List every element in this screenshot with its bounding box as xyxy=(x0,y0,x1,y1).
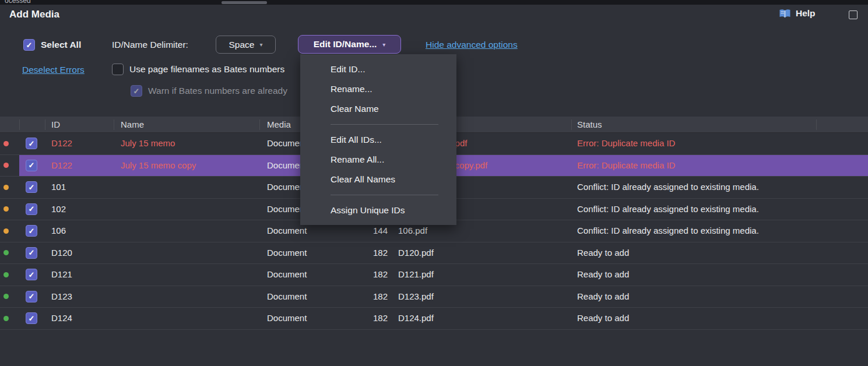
warn-bates-checkbox[interactable]: ✓ xyxy=(131,85,142,97)
delimiter-value: Space xyxy=(229,40,255,50)
row-checkbox[interactable]: ✓ xyxy=(26,138,37,149)
row-checkbox[interactable]: ✓ xyxy=(26,203,37,215)
help-book-icon xyxy=(779,9,791,19)
cell-filename: D121.pdf xyxy=(398,264,570,286)
menu-item-edit-id[interactable]: Edit ID... xyxy=(300,59,456,79)
header-divider xyxy=(114,119,114,130)
cell-pages: 182 xyxy=(341,286,388,308)
cell-id: D124 xyxy=(51,308,115,329)
table-row[interactable]: ✓D120Document182D120.pdfReady to add xyxy=(0,242,868,265)
cell-name: July 15 memo copy xyxy=(121,155,263,177)
page-title: Add Media xyxy=(9,9,59,20)
use-page-filenames-checkbox[interactable] xyxy=(112,64,124,75)
cell-id: D122 xyxy=(51,155,115,177)
cell-id: D122 xyxy=(51,133,115,154)
cell-pages: 182 xyxy=(341,264,388,286)
clipped-background-strip: ocessed xyxy=(0,0,868,5)
row-checkbox[interactable]: ✓ xyxy=(26,181,37,193)
help-button[interactable]: Help xyxy=(779,8,816,19)
cell-id: 106 xyxy=(51,220,115,242)
header-divider xyxy=(259,119,260,130)
add-media-window: ocessed Add Media Help ✓ Select All ID/N… xyxy=(0,0,868,366)
select-all-checkbox[interactable]: ✓ xyxy=(23,39,35,51)
window-restore-icon[interactable] xyxy=(849,10,858,19)
menu-item-clear-all-names[interactable]: Clear All Names xyxy=(300,170,456,189)
header-divider xyxy=(816,119,817,130)
header-divider xyxy=(45,119,45,130)
cell-status: Conflict: ID already assigned to existin… xyxy=(577,220,863,242)
delimiter-dropdown[interactable]: Space ▾ xyxy=(216,36,276,54)
cell-status: Error: Duplicate media ID xyxy=(577,133,863,154)
status-dot-green xyxy=(3,250,9,255)
status-dot-orange xyxy=(3,185,9,190)
cell-pages: 182 xyxy=(341,308,388,329)
status-dot-green xyxy=(3,316,9,321)
help-label: Help xyxy=(796,8,816,19)
menu-item-clear-name[interactable]: Clear Name xyxy=(300,99,456,119)
row-checkbox[interactable]: ✓ xyxy=(26,291,37,302)
edit-id-name-label: Edit ID/Name... xyxy=(314,39,377,50)
deselect-errors-link[interactable]: Deselect Errors xyxy=(22,65,85,75)
cell-media-type: Document xyxy=(267,242,343,264)
cell-pages: 182 xyxy=(341,242,388,264)
column-header-name[interactable]: Name xyxy=(121,117,144,133)
row-checkbox[interactable]: ✓ xyxy=(26,160,37,171)
clipped-background-text: ocessed xyxy=(5,0,31,5)
cell-id: 102 xyxy=(51,199,115,220)
cell-media-type: Document xyxy=(267,286,343,308)
cell-status: Error: Duplicate media ID xyxy=(577,155,863,177)
cell-name: July 15 memo xyxy=(121,133,263,154)
header-divider xyxy=(571,119,572,130)
row-checkbox[interactable]: ✓ xyxy=(26,312,37,324)
cell-filename: D120.pdf xyxy=(398,242,570,264)
cell-status: Ready to add xyxy=(577,242,863,264)
cell-filename: D124.pdf xyxy=(398,308,570,329)
table-row[interactable]: ✓D124Document182D124.pdfReady to add xyxy=(0,308,868,330)
hide-advanced-options-link[interactable]: Hide advanced options xyxy=(426,40,518,50)
status-dot-orange xyxy=(3,228,9,234)
row-checkbox[interactable]: ✓ xyxy=(26,247,37,259)
column-header-status[interactable]: Status xyxy=(577,117,602,133)
row-checkbox[interactable]: ✓ xyxy=(26,269,37,280)
chevron-down-icon: ▾ xyxy=(382,41,385,48)
menu-item-rename[interactable]: Rename... xyxy=(300,79,456,99)
cell-status: Conflict: ID already assigned to existin… xyxy=(577,177,863,198)
cell-id: 101 xyxy=(51,177,115,198)
menu-item-rename-all[interactable]: Rename All... xyxy=(300,150,456,170)
header-divider xyxy=(19,119,20,130)
cell-status: Ready to add xyxy=(577,264,863,286)
cell-filename: D123.pdf xyxy=(398,286,570,308)
warn-bates-label: Warn if Bates numbers are already xyxy=(148,86,287,96)
cell-status: Conflict: ID already assigned to existin… xyxy=(577,199,863,220)
chevron-down-icon: ▾ xyxy=(259,41,262,48)
menu-item-edit-all-ids[interactable]: Edit All IDs... xyxy=(300,130,456,150)
clipped-background-content xyxy=(222,1,267,4)
menu-separator xyxy=(331,124,438,125)
status-dot-red xyxy=(3,163,9,168)
cell-id: D121 xyxy=(51,264,115,286)
menu-separator xyxy=(331,195,438,195)
cell-id: D123 xyxy=(51,286,115,308)
row-checkbox[interactable]: ✓ xyxy=(26,225,37,237)
table-row[interactable]: ✓D123Document182D123.pdfReady to add xyxy=(0,286,868,308)
status-dot-green xyxy=(3,272,9,277)
column-header-id[interactable]: ID xyxy=(51,117,60,133)
select-all-label: Select All xyxy=(41,40,81,50)
cell-media-type: Document xyxy=(267,308,343,329)
menu-item-assign-unique-ids[interactable]: Assign Unique IDs xyxy=(300,200,456,220)
cell-id: D120 xyxy=(51,242,115,264)
status-dot-green xyxy=(3,294,9,299)
column-header-media[interactable]: Media xyxy=(267,117,291,133)
delimiter-label: ID/Name Delimiter: xyxy=(112,40,188,50)
use-page-filenames-label: Use page filenames as Bates numbers xyxy=(129,64,284,75)
status-dot-red xyxy=(3,141,9,146)
edit-id-name-button[interactable]: Edit ID/Name... ▾ xyxy=(298,35,401,54)
status-dot-orange xyxy=(3,206,9,212)
cell-media-type: Document xyxy=(267,264,343,286)
cell-status: Ready to add xyxy=(577,286,863,308)
cell-status: Ready to add xyxy=(577,308,863,329)
edit-id-name-menu: Edit ID...Rename...Clear NameEdit All ID… xyxy=(300,54,456,225)
table-row[interactable]: ✓D121Document182D121.pdfReady to add xyxy=(0,264,868,286)
